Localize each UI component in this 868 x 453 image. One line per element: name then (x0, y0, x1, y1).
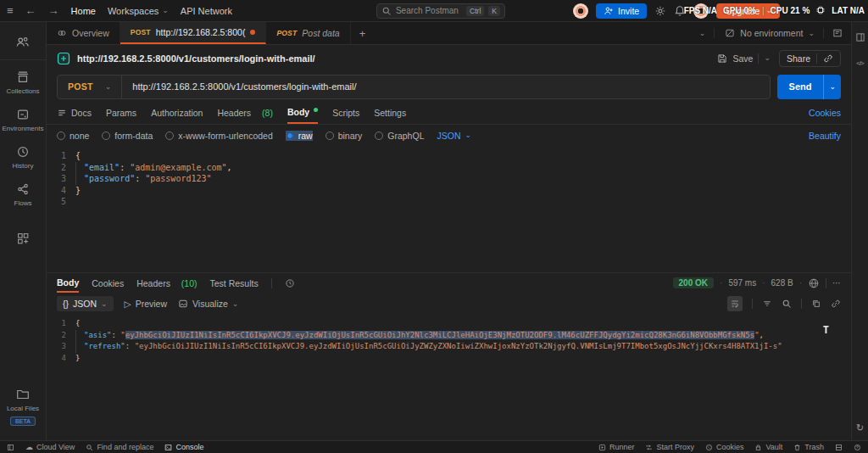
environment-selector[interactable]: No environment ⌄ (714, 28, 815, 38)
help-icon[interactable] (854, 444, 861, 451)
status-badge[interactable]: 200 OK (673, 277, 714, 288)
environments-icon (15, 107, 31, 122)
tab-options-chevron-icon[interactable]: ⌄ (699, 30, 706, 37)
copy-icon[interactable] (811, 299, 821, 309)
network-globe-icon[interactable] (808, 277, 820, 289)
radio-form-data[interactable]: form-data (102, 131, 153, 141)
search-placeholder: Search Postman (396, 6, 462, 15)
code-line: 5 (47, 196, 851, 208)
preview-button[interactable]: ▷ Preview (125, 299, 167, 309)
sidebar-item-history[interactable]: History (0, 138, 46, 176)
save-options-chevron-icon[interactable]: ⌄ (764, 54, 771, 62)
sidebar-item-more-blocks[interactable] (0, 225, 46, 252)
sidebar-item-collections[interactable]: Collections (0, 64, 46, 101)
request-body-editor[interactable]: 1{ 2"email": "admin@example.com", 3"pass… (47, 146, 851, 273)
nav-api-network[interactable]: API Network (181, 6, 232, 16)
response-format-selector[interactable]: {} JSON ⌄ (57, 296, 114, 311)
sidebar-item-team[interactable] (0, 29, 46, 56)
radio-urlencoded[interactable]: x-www-form-urlencoded (165, 131, 272, 141)
radio-none[interactable]: none (57, 131, 89, 141)
lock-icon (754, 444, 762, 451)
two-pane-icon[interactable] (835, 444, 843, 451)
link-icon[interactable] (831, 299, 841, 309)
response-size[interactable]: 628 B (771, 278, 793, 288)
url-input[interactable]: http://192.168.2.5:8000/v1/customers/log… (122, 81, 769, 92)
tab-settings[interactable]: Settings (374, 102, 406, 124)
visualize-button[interactable]: Visualize ⌄ (178, 299, 238, 309)
new-tab-button[interactable]: + (351, 22, 375, 44)
environment-quick-look-icon[interactable] (823, 28, 843, 38)
settings-gear-icon[interactable] (654, 5, 666, 17)
radio-raw[interactable]: raw (286, 131, 313, 141)
runner-button[interactable]: Runner (598, 443, 635, 451)
radio-binary[interactable]: binary (326, 131, 363, 141)
tab-headers[interactable]: Headers (8) (217, 102, 272, 124)
response-tab-test-results[interactable]: Test Results (210, 273, 259, 293)
cookie-icon (705, 444, 713, 451)
search-input[interactable]: Search Postman Ctrl K (376, 3, 505, 19)
trash-button[interactable]: Trash (793, 443, 824, 451)
tab-post-data[interactable]: POST Post data (266, 22, 350, 44)
radio-graphql[interactable]: GraphQL (375, 131, 424, 141)
tab-docs[interactable]: Docs (57, 102, 92, 124)
sidebar-item-environments[interactable]: Environments (0, 101, 46, 138)
tab-request-active[interactable]: POST http://192.168.2.5:800( (120, 22, 267, 44)
beautify-link[interactable]: Beautify (809, 131, 841, 141)
save-button[interactable]: Save ⌄ (717, 53, 770, 64)
documentation-panel-icon[interactable] (855, 32, 865, 42)
filter-icon[interactable] (762, 299, 772, 309)
format-selector[interactable]: JSON⌄ (437, 131, 471, 141)
http-request-icon (57, 52, 70, 65)
share-button[interactable]: Share (779, 50, 841, 67)
find-replace-button[interactable]: Find and replace (86, 443, 153, 451)
response-body-editor[interactable]: 1{ 2"asis": "eyJhbGciOiJIUzI1NiIsInR5cCI… (47, 315, 851, 440)
divider (801, 299, 802, 309)
back-icon[interactable]: ← (25, 4, 36, 17)
send-button[interactable]: Send ⌄ (777, 75, 841, 99)
nav-workspaces[interactable]: Workspaces⌄ (108, 6, 169, 16)
tab-scripts[interactable]: Scripts (332, 102, 359, 124)
start-proxy-button[interactable]: Start Proxy (645, 443, 694, 451)
tab-authorization[interactable]: Authorization (151, 102, 203, 124)
avatar[interactable] (573, 3, 588, 19)
search-response-icon[interactable] (782, 299, 792, 309)
sidebar-item-flows[interactable]: Flows (0, 176, 46, 213)
response-tabs: Body Cookies Headers (10) Test Results 2… (47, 273, 851, 293)
tab-method-badge: POST (131, 28, 151, 36)
console-button[interactable]: Console (164, 443, 203, 451)
method-selector[interactable]: POST ⌄ (58, 76, 122, 98)
play-icon: ▷ (125, 299, 131, 309)
sidebar-item-local-files[interactable]: Local Files BETA (0, 381, 46, 432)
cookies-link[interactable]: Cookies (809, 108, 841, 118)
vault-button[interactable]: Vault (754, 443, 782, 451)
upgrade-button[interactable]: Upgrade ⌄ (716, 3, 780, 19)
tab-body[interactable]: Body (287, 102, 318, 124)
send-options-chevron-icon[interactable]: ⌄ (823, 75, 841, 99)
docs-icon (57, 108, 67, 118)
forward-icon[interactable]: → (48, 4, 59, 17)
divider (758, 53, 759, 64)
response-tab-headers[interactable]: Headers (10) (136, 273, 197, 293)
changelog-icon[interactable]: ↻ (856, 422, 864, 433)
braces-icon: {} (63, 299, 69, 309)
tab-overview[interactable]: Overview (47, 22, 120, 44)
hamburger-menu-icon[interactable]: ≡ (7, 4, 14, 17)
code-snippet-icon[interactable]: </> (856, 59, 864, 67)
unsaved-dot-icon (250, 30, 255, 35)
cloud-view-button[interactable]: ☁Cloud View (25, 443, 75, 451)
response-tab-cookies[interactable]: Cookies (92, 273, 124, 293)
notifications-bell-icon[interactable] (674, 5, 686, 17)
radio-icon (102, 131, 110, 140)
tab-params[interactable]: Params (106, 102, 136, 124)
invite-button[interactable]: Invite (596, 3, 647, 19)
team-icon (15, 35, 31, 50)
sidebar-toggle-icon[interactable] (7, 444, 14, 451)
user-avatar[interactable] (693, 3, 709, 19)
response-time[interactable]: 597 ms (728, 278, 756, 288)
response-more-options-icon[interactable]: ⋯ (832, 278, 841, 288)
nav-home[interactable]: Home (71, 6, 96, 16)
response-tab-body[interactable]: Body (57, 273, 79, 293)
cookies-button[interactable]: Cookies (705, 443, 744, 451)
response-history-clock-icon[interactable] (285, 278, 295, 288)
wrap-text-icon[interactable] (727, 296, 743, 311)
